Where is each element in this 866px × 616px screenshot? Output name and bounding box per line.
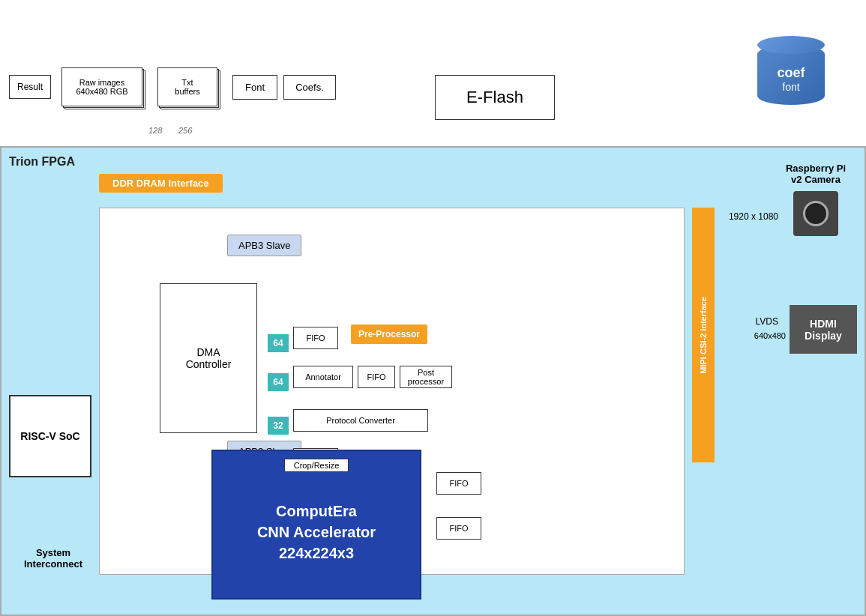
raspi-section: Raspberry Piv2 Camera [775,163,857,236]
crop-resize-label: Crop/Resize [284,459,349,472]
hdmi-display: HDMIDisplay [790,305,857,354]
coefs-box: Coefs. [283,75,336,100]
cnn-accelerator: Crop/Resize ComputEraCNN Accelerator224x… [211,450,421,600]
bus-32: 32 [268,417,289,435]
bus-64-2: 64 [268,373,289,391]
txt-buffers-stack: Txtbuffers [157,67,217,106]
sys-interconnect-label: SystemInterconnect [24,547,82,570]
fifo-cnn-top: FIFO [436,472,481,495]
fifo-1: FIFO [293,327,338,349]
lvds-label: LVDS [756,316,778,327]
cnn-main-text: ComputEraCNN Accelerator224x224x3 [257,501,376,564]
eflash-box: E-Flash [435,75,555,120]
ddr-bar: DDR DRAM Interface [99,174,223,193]
camera-icon [793,191,838,236]
riscv-soc: RISC-V SoC [9,395,91,477]
mipi-bar: MIPI CSI-2 Interface [692,208,715,462]
result-box: Result [9,75,51,99]
preprocessor: Pre-Processor [351,324,427,344]
dma-controller: DMAController [160,283,257,433]
resolution-640: 640x480 [754,331,786,340]
annotator: Annotator [293,366,353,388]
camera-lens [803,201,829,226]
bus-64-1: 64 [268,334,289,352]
raw-images-stack: Raw images640x480 RGB [61,67,142,106]
resolution-1920: 1920 x 1080 [729,211,778,222]
top-memory-area: Result Raw images640x480 RGB Txtbuffers … [0,0,866,146]
fifo-cnn-bottom: FIFO [436,517,481,540]
protocol-converter: Protocol Converter [293,409,428,432]
coef-cylinder: coef font [757,45,825,105]
fpga-area: Trion FPGA DDR DRAM Interface MIPI CSI-2… [0,146,866,616]
bus-256-label: 256 [178,126,192,135]
bus-128-label: 128 [148,126,162,135]
font-box: Font [232,75,277,100]
fpga-label: Trion FPGA [9,155,75,169]
apb3-slave-top: APB3 Slave [227,235,301,256]
raspi-label: Raspberry Piv2 Camera [775,163,857,185]
fifo-2: FIFO [358,366,395,388]
post-processor: Postprocessor [400,366,452,388]
